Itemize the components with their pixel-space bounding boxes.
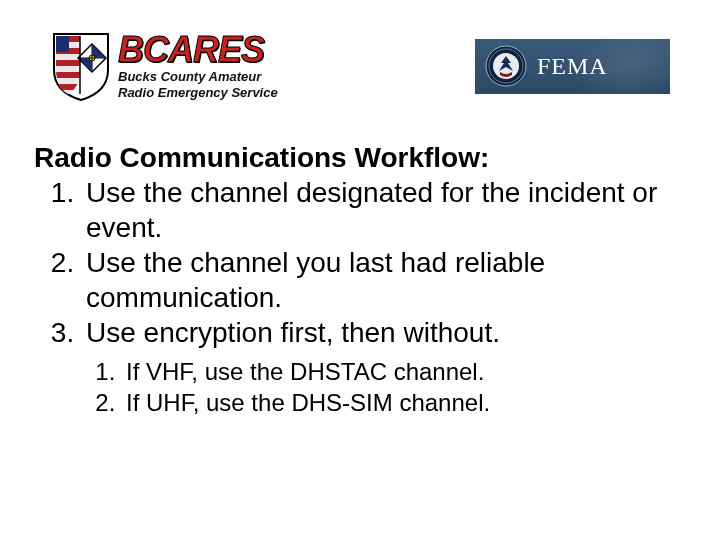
sub-list: If VHF, use the DHSTAC channel. If UHF, …	[34, 356, 680, 418]
slide: BCARES Bucks County Amateur Radio Emerge…	[0, 0, 720, 540]
list-item: If VHF, use the DHSTAC channel.	[122, 356, 680, 387]
dhs-seal-icon	[485, 45, 527, 87]
list-item: Use the channel designated for the incid…	[82, 175, 680, 245]
svg-rect-3	[56, 60, 80, 66]
slide-content: Radio Communications Workflow: Use the c…	[34, 140, 680, 418]
list-item: Use the channel you last had reliable co…	[82, 245, 680, 315]
header-logos: BCARES Bucks County Amateur Radio Emerge…	[50, 30, 670, 102]
main-list: Use the channel designated for the incid…	[34, 175, 680, 350]
list-item: Use encryption first, then without.	[82, 315, 680, 350]
bcares-shield-icon	[50, 30, 112, 102]
bcares-sub-line1: Bucks County Amateur	[118, 70, 278, 84]
svg-rect-6	[56, 36, 69, 52]
svg-rect-4	[56, 72, 80, 78]
fema-logo: FEMA	[475, 39, 670, 94]
bcares-text: BCARES Bucks County Amateur Radio Emerge…	[118, 32, 278, 99]
list-item: If UHF, use the DHS-SIM channel.	[122, 387, 680, 418]
bcares-sub-line2: Radio Emergency Service	[118, 86, 278, 100]
content-title: Radio Communications Workflow:	[34, 140, 680, 175]
bcares-logo: BCARES Bucks County Amateur Radio Emerge…	[50, 30, 278, 102]
bcares-word: BCARES	[118, 32, 278, 68]
fema-word: FEMA	[537, 53, 608, 80]
